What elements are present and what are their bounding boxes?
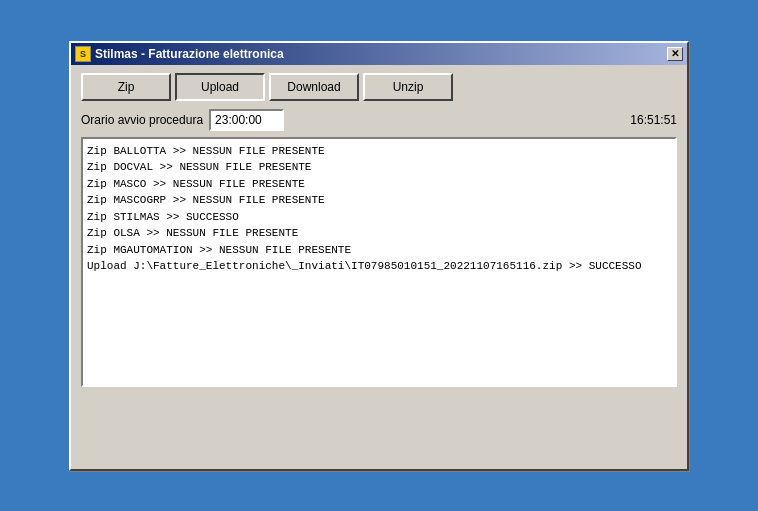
orario-left: Orario avvio procedura <box>81 109 284 131</box>
orario-label: Orario avvio procedura <box>81 113 203 127</box>
unzip-button[interactable]: Unzip <box>363 73 453 101</box>
app-icon: S <box>75 46 91 62</box>
download-button[interactable]: Download <box>269 73 359 101</box>
orario-row: Orario avvio procedura 16:51:51 <box>81 109 677 131</box>
title-bar-left: S Stilmas - Fatturazione elettronica <box>75 46 284 62</box>
time-display: 16:51:51 <box>630 113 677 127</box>
orario-input[interactable] <box>209 109 284 131</box>
title-bar: S Stilmas - Fatturazione elettronica ✕ <box>71 43 687 65</box>
upload-button[interactable]: Upload <box>175 73 265 101</box>
toolbar: Zip Upload Download Unzip <box>81 73 677 101</box>
log-area: Zip BALLOTTA >> NESSUN FILE PRESENTE Zip… <box>81 137 677 387</box>
close-button[interactable]: ✕ <box>667 47 683 61</box>
zip-button[interactable]: Zip <box>81 73 171 101</box>
window-body: Zip Upload Download Unzip Orario avvio p… <box>71 65 687 395</box>
main-window: S Stilmas - Fatturazione elettronica ✕ Z… <box>69 41 689 471</box>
window-title: Stilmas - Fatturazione elettronica <box>95 47 284 61</box>
